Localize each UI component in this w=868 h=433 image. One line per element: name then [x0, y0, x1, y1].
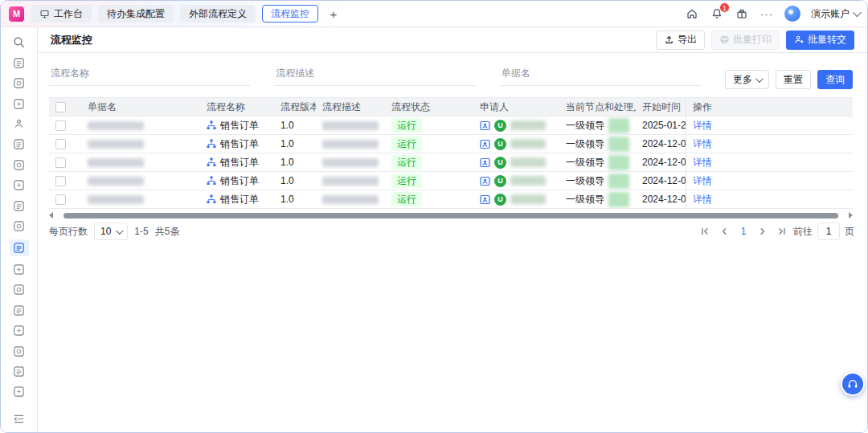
- detail-link[interactable]: 详情: [693, 193, 712, 206]
- sidebar-module-icon[interactable]: [11, 303, 27, 317]
- table-row: 销售订单 1.0 运行 U 一级领导 2024-12-09 16 详情: [49, 153, 853, 172]
- query-button[interactable]: 查询: [817, 70, 853, 89]
- row-checkbox[interactable]: [55, 121, 66, 131]
- avatar[interactable]: [784, 6, 800, 22]
- blurred-doc-name: [88, 158, 144, 167]
- last-page-icon[interactable]: [774, 223, 790, 239]
- sidebar-module-icon[interactable]: [11, 365, 27, 378]
- tab-workbench[interactable]: 工作台: [31, 5, 92, 22]
- node-name: 一级领导: [566, 137, 604, 151]
- rows-per-page-select[interactable]: 10: [94, 223, 128, 240]
- applicant-avatar: U: [494, 175, 506, 187]
- sidebar-module-icon[interactable]: [11, 96, 27, 110]
- store-icon[interactable]: [735, 6, 749, 21]
- more-icon[interactable]: ···: [760, 6, 774, 21]
- detail-link[interactable]: 详情: [693, 156, 712, 170]
- table-header-row: 单据名 流程名称 流程版本 流程描述 流程状态 申请人 当前节点和处理人 开始时…: [49, 97, 853, 116]
- sidebar-module-icon[interactable]: [11, 76, 27, 90]
- col-header-applicant: 申请人: [473, 98, 559, 116]
- tab-external-process-definition[interactable]: 外部流程定义: [180, 5, 256, 22]
- page-header: 流程监控 导出 批量打印 批量转交: [38, 27, 867, 53]
- start-time: 2024-12-09 16: [636, 153, 686, 171]
- sidebar-module-icon[interactable]: [11, 344, 27, 357]
- horizontal-scrollbar: [49, 211, 853, 219]
- applicant-card-icon: [480, 194, 490, 205]
- sidebar-module-icon[interactable]: [11, 385, 27, 398]
- blurred-applicant: [510, 157, 546, 167]
- next-page-icon[interactable]: [755, 223, 771, 239]
- sidebar-module-icon[interactable]: [11, 137, 27, 151]
- sidebar-module-icon-active[interactable]: [10, 239, 29, 255]
- row-checkbox[interactable]: [55, 157, 66, 168]
- status-badge: 运行: [391, 137, 422, 151]
- blurred-doc-name: [88, 195, 144, 204]
- select-all-checkbox[interactable]: [55, 102, 66, 112]
- org-chart-icon: [207, 194, 216, 204]
- sidebar-module-icon[interactable]: [11, 158, 27, 172]
- detail-link[interactable]: 详情: [693, 174, 712, 188]
- chevron-down-icon: [755, 75, 764, 83]
- scroll-left-arrow[interactable]: [49, 212, 53, 219]
- tab-process-monitor[interactable]: 流程监控: [262, 5, 318, 22]
- sidebar-module-icon[interactable]: [11, 178, 27, 192]
- export-button[interactable]: 导出: [656, 31, 705, 50]
- account-menu[interactable]: 演示账户: [811, 7, 859, 21]
- scrollbar-track[interactable]: [55, 212, 846, 219]
- total-text: 共5条: [155, 225, 180, 239]
- sidebar-module-icon[interactable]: [11, 199, 27, 213]
- detail-link[interactable]: 详情: [693, 119, 712, 133]
- row-checkbox[interactable]: [55, 176, 66, 186]
- batch-transfer-button[interactable]: 批量转交: [786, 31, 854, 50]
- start-time: 2024-12-09 16: [636, 190, 686, 208]
- sidebar-module-icon[interactable]: [11, 283, 27, 296]
- goto-page-input[interactable]: [817, 223, 840, 240]
- prev-page-icon[interactable]: [716, 223, 732, 239]
- process-version: 1.0: [274, 135, 316, 153]
- process-name-input[interactable]: [49, 64, 250, 86]
- scrollbar-thumb[interactable]: [63, 213, 838, 219]
- first-page-icon[interactable]: [697, 223, 713, 239]
- tab-todo-integration-config[interactable]: 待办集成配置: [98, 5, 174, 22]
- sidebar-module-icon[interactable]: [11, 117, 27, 131]
- row-checkbox[interactable]: [55, 139, 66, 149]
- blurred-handler: [608, 192, 629, 207]
- start-time: 2024-12-09 16: [636, 135, 686, 153]
- tab-label: 流程监控: [271, 7, 309, 21]
- page-title: 流程监控: [51, 33, 92, 47]
- collapse-sidebar-icon[interactable]: [11, 412, 27, 426]
- tab-label: 外部流程定义: [189, 7, 247, 21]
- start-time: 2025-01-24 12: [636, 116, 686, 134]
- scroll-right-arrow[interactable]: [849, 212, 853, 219]
- sidebar-module-icon[interactable]: [11, 219, 27, 233]
- blurred-doc-name: [88, 121, 144, 130]
- search-icon[interactable]: [11, 35, 27, 49]
- sidebar-module-icon[interactable]: [11, 263, 27, 276]
- current-page[interactable]: 1: [735, 223, 751, 239]
- row-checkbox[interactable]: [55, 194, 66, 205]
- start-time: 2024-12-09 16: [636, 172, 686, 190]
- col-header-version: 流程版本: [274, 98, 316, 116]
- blurred-desc: [322, 177, 379, 186]
- add-tab-button[interactable]: +: [325, 5, 342, 22]
- detail-link[interactable]: 详情: [693, 137, 712, 151]
- home-icon[interactable]: [685, 6, 699, 21]
- more-filters-button[interactable]: 更多: [725, 70, 769, 89]
- sidebar-module-icon[interactable]: [11, 324, 27, 337]
- applicant-avatar: U: [494, 120, 506, 132]
- applicant-card-icon: [480, 121, 490, 131]
- bell-icon[interactable]: 1: [710, 6, 724, 21]
- printer-icon: [719, 35, 730, 45]
- col-header-actions: 操作: [686, 98, 853, 116]
- col-header-doc-name: 单据名: [81, 98, 200, 116]
- reset-button[interactable]: 重置: [776, 70, 811, 89]
- page-nav: 1 前往 页: [697, 223, 854, 240]
- doc-name-input[interactable]: [500, 64, 701, 86]
- workbench-icon: [39, 9, 50, 19]
- batch-print-button[interactable]: 批量打印: [711, 31, 780, 50]
- table-row: 销售订单 1.0 运行 U 一级领导 2024-12-09 16 详情: [49, 135, 853, 153]
- range-text: 1-5: [134, 226, 148, 237]
- sidebar-module-icon[interactable]: [11, 55, 27, 69]
- support-button[interactable]: [841, 372, 865, 396]
- app-window: M 工作台 待办集成配置 外部流程定义 流程监控 + 1 ···: [0, 0, 868, 433]
- process-desc-input[interactable]: [274, 64, 475, 86]
